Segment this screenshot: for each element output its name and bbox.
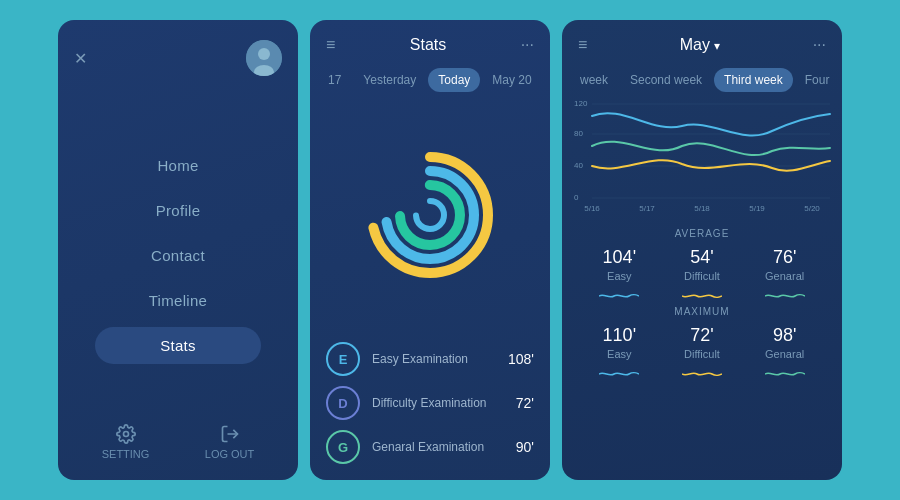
close-icon[interactable]: ✕ — [74, 49, 87, 68]
middle-title: Stats — [335, 36, 520, 54]
stats-today-panel: ≡ Stats ··· 17 Yesterday Today May 20 Ma… — [310, 20, 550, 480]
exam-stats-list: E Easy Examination 108' D Difficulty Exa… — [310, 334, 550, 480]
right-tabs: week Second week Third week Four — [562, 64, 842, 96]
max-diff: 72' Difficult — [682, 325, 722, 372]
avg-easy-lbl: Easy — [607, 270, 631, 282]
max-gen-wave — [765, 364, 805, 372]
svg-text:0: 0 — [574, 193, 579, 202]
diff-label: Difficulty Examination — [372, 396, 504, 410]
nav-item-home[interactable]: Home — [95, 147, 261, 184]
right-title: May ▾ — [587, 36, 812, 54]
tab-yesterday[interactable]: Yesterday — [353, 68, 426, 92]
max-diff-val: 72' — [690, 325, 713, 346]
svg-point-3 — [123, 432, 128, 437]
gen-exam-row: G Genaral Examination 90' — [326, 430, 534, 464]
max-easy-lbl: Easy — [607, 348, 631, 360]
tab-may20[interactable]: May 20 — [482, 68, 541, 92]
max-diff-wave — [682, 364, 722, 372]
line-chart: 120 80 40 0 5/16 5/17 5/18 5/19 — [562, 96, 842, 220]
tab-third-week[interactable]: Third week — [714, 68, 793, 92]
donut-chart — [365, 150, 495, 280]
svg-point-8 — [416, 201, 444, 229]
easy-icon: E — [326, 342, 360, 376]
avg-gen-wave — [765, 286, 805, 294]
max-easy: 110' Easy — [599, 325, 639, 372]
nav-item-timeline[interactable]: Timeline — [95, 282, 261, 319]
svg-text:80: 80 — [574, 129, 583, 138]
stats-chart-panel: ≡ May ▾ ··· week Second week Third week … — [562, 20, 842, 480]
menu-icon[interactable]: ≡ — [326, 36, 335, 54]
setting-label: SETTING — [102, 448, 150, 460]
middle-tabs: 17 Yesterday Today May 20 May — [310, 64, 550, 96]
tab-four[interactable]: Four — [795, 68, 840, 92]
avg-diff: 54' Difficult — [682, 247, 722, 294]
right-more-icon[interactable]: ··· — [813, 36, 826, 54]
max-easy-wave — [599, 364, 639, 372]
avg-easy-wave — [599, 286, 639, 294]
avatar[interactable] — [246, 40, 282, 76]
gen-value: 90' — [516, 439, 534, 455]
logout-button[interactable]: LOG OUT — [205, 424, 255, 460]
tab-today[interactable]: Today — [428, 68, 480, 92]
easy-value: 108' — [508, 351, 534, 367]
maximum-cols: 110' Easy 72' Difficult 98' Genaral — [578, 325, 826, 372]
avg-gen-lbl: Genaral — [765, 270, 804, 282]
avg-diff-wave — [682, 286, 722, 294]
diff-icon: D — [326, 386, 360, 420]
easy-label: Easy Examination — [372, 352, 496, 366]
svg-text:5/19: 5/19 — [749, 204, 765, 213]
max-gen-val: 98' — [773, 325, 796, 346]
avg-diff-val: 54' — [690, 247, 713, 268]
logout-label: LOG OUT — [205, 448, 255, 460]
donut-chart-area — [365, 96, 495, 334]
svg-text:5/18: 5/18 — [694, 204, 710, 213]
maximum-label: MAXIMUM — [578, 306, 826, 317]
tab-second-week[interactable]: Second week — [620, 68, 712, 92]
max-gen: 98' Genaral — [765, 325, 805, 372]
svg-point-1 — [258, 48, 270, 60]
nav-item-profile[interactable]: Profile — [95, 192, 261, 229]
avg-gen-val: 76' — [773, 247, 796, 268]
nav-bottom-bar: SETTING LOG OUT — [74, 424, 282, 460]
nav-item-contact[interactable]: Contact — [95, 237, 261, 274]
diff-value: 72' — [516, 395, 534, 411]
svg-text:40: 40 — [574, 161, 583, 170]
average-label: AVERAGE — [578, 228, 826, 239]
avg-gen: 76' Genaral — [765, 247, 805, 294]
more-icon[interactable]: ··· — [521, 36, 534, 54]
svg-text:5/20: 5/20 — [804, 204, 820, 213]
average-cols: 104' Easy 54' Difficult 76' Genaral — [578, 247, 826, 294]
tab-17[interactable]: 17 — [318, 68, 351, 92]
avg-easy-val: 104' — [603, 247, 636, 268]
nav-items-list: Home Profile Contact Timeline Stats — [74, 106, 282, 404]
svg-text:5/17: 5/17 — [639, 204, 655, 213]
avg-easy: 104' Easy — [599, 247, 639, 294]
nav-panel: ✕ Home Profile Contact Timeline Stats — [58, 20, 298, 480]
max-diff-lbl: Difficult — [684, 348, 720, 360]
right-header: ≡ May ▾ ··· — [562, 20, 842, 64]
setting-button[interactable]: SETTING — [102, 424, 150, 460]
avg-diff-lbl: Difficult — [684, 270, 720, 282]
right-menu-icon[interactable]: ≡ — [578, 36, 587, 54]
svg-text:5/16: 5/16 — [584, 204, 600, 213]
gen-label: Genaral Examination — [372, 440, 504, 454]
tab-week[interactable]: week — [570, 68, 618, 92]
max-gen-lbl: Genaral — [765, 348, 804, 360]
tab-may[interactable]: May — [544, 68, 550, 92]
gen-icon: G — [326, 430, 360, 464]
stats-sections: AVERAGE 104' Easy 54' Difficult — [562, 220, 842, 384]
app-container: ✕ Home Profile Contact Timeline Stats — [0, 0, 900, 500]
diff-exam-row: D Difficulty Examination 72' — [326, 386, 534, 420]
svg-point-7 — [400, 185, 460, 245]
max-easy-val: 110' — [603, 325, 636, 346]
easy-exam-row: E Easy Examination 108' — [326, 342, 534, 376]
middle-header: ≡ Stats ··· — [310, 20, 550, 64]
nav-top-bar: ✕ — [74, 40, 282, 76]
svg-text:120: 120 — [574, 99, 588, 108]
nav-item-stats[interactable]: Stats — [95, 327, 261, 364]
